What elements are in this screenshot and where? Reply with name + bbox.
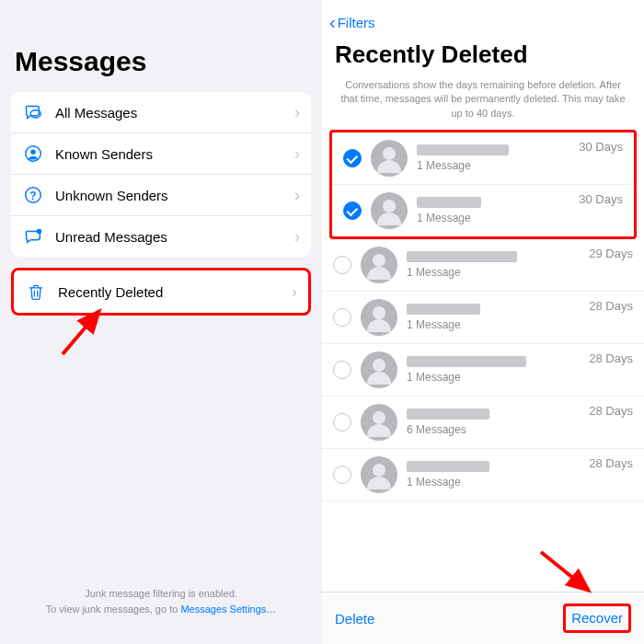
days-remaining: 28 Days bbox=[589, 456, 633, 470]
avatar-icon bbox=[361, 404, 397, 441]
days-remaining: 28 Days bbox=[589, 351, 633, 365]
footer-line2: To view junk messages, go to bbox=[46, 604, 181, 615]
footer-note: Junk message filtering is enabled. To vi… bbox=[11, 586, 311, 633]
select-radio[interactable] bbox=[343, 149, 362, 167]
delete-button[interactable]: Delete bbox=[335, 611, 374, 627]
filter-label: Unknown Senders bbox=[55, 188, 294, 203]
page-title: Messages bbox=[15, 46, 307, 77]
days-remaining: 30 Days bbox=[579, 140, 623, 154]
avatar-icon bbox=[361, 456, 397, 493]
filter-label: Recently Deleted bbox=[58, 284, 292, 300]
message-count: 1 Message bbox=[417, 212, 623, 224]
conversation-row[interactable]: 6 Messages28 Days bbox=[322, 397, 644, 449]
conversation-row[interactable]: 1 Message30 Days bbox=[332, 185, 634, 236]
all-messages-icon bbox=[22, 101, 44, 123]
conversation-list: 1 Message30 Days1 Message30 Days1 Messag… bbox=[322, 130, 644, 501]
conversation-row[interactable]: 1 Message29 Days bbox=[322, 239, 644, 292]
deletion-note: Conversations show the days remaining be… bbox=[322, 78, 644, 130]
message-count: 1 Message bbox=[417, 159, 623, 172]
message-count: 1 Message bbox=[407, 266, 633, 279]
bottom-toolbar: Delete Recover bbox=[322, 592, 644, 644]
chevron-left-icon: ‹ bbox=[329, 13, 336, 31]
redacted-name bbox=[407, 304, 480, 315]
days-remaining: 30 Days bbox=[579, 192, 623, 206]
filter-recently-deleted[interactable]: Recently Deleted › bbox=[14, 270, 308, 313]
message-count: 1 Message bbox=[407, 371, 633, 384]
known-senders-icon bbox=[22, 143, 44, 165]
message-count: 1 Message bbox=[407, 318, 633, 331]
chevron-right-icon: › bbox=[294, 144, 300, 164]
filter-list: All Messages › Known Senders › ? Unknown… bbox=[11, 92, 311, 257]
redacted-name bbox=[407, 461, 489, 472]
unread-icon bbox=[22, 225, 44, 247]
svg-point-2 bbox=[30, 149, 36, 155]
select-radio[interactable] bbox=[333, 256, 351, 274]
filter-unknown-senders[interactable]: ? Unknown Senders › bbox=[11, 174, 311, 215]
svg-text:?: ? bbox=[29, 190, 36, 202]
days-remaining: 29 Days bbox=[589, 247, 633, 260]
filter-label: Known Senders bbox=[55, 146, 294, 162]
redacted-name bbox=[407, 356, 526, 367]
chevron-right-icon: › bbox=[294, 103, 300, 122]
avatar-icon bbox=[361, 351, 397, 388]
message-count: 6 Messages bbox=[407, 423, 633, 436]
redacted-name bbox=[417, 144, 509, 155]
select-radio[interactable] bbox=[333, 413, 351, 431]
redacted-name bbox=[407, 251, 517, 262]
conversation-row[interactable]: 1 Message30 Days bbox=[332, 132, 634, 185]
footer-line1: Junk message filtering is enabled. bbox=[85, 588, 237, 599]
chevron-right-icon: › bbox=[294, 186, 300, 205]
avatar-icon bbox=[361, 299, 397, 336]
filter-label: All Messages bbox=[55, 105, 294, 121]
filter-known-senders[interactable]: Known Senders › bbox=[11, 132, 311, 174]
highlight-annotation: 1 Message30 Days1 Message30 Days bbox=[329, 130, 637, 239]
redacted-name bbox=[407, 408, 489, 420]
unknown-senders-icon: ? bbox=[22, 184, 44, 206]
conversation-row[interactable]: 1 Message28 Days bbox=[322, 344, 644, 397]
select-radio[interactable] bbox=[333, 308, 351, 327]
conversation-row[interactable]: 1 Message28 Days bbox=[322, 449, 644, 501]
filter-label: Unread Messages bbox=[55, 229, 294, 245]
recently-deleted-screen: ‹ Filters Recently Deleted Conversations… bbox=[322, 0, 644, 644]
messages-settings-link[interactable]: Messages Settings… bbox=[180, 604, 276, 615]
chevron-right-icon: › bbox=[292, 282, 297, 302]
message-count: 1 Message bbox=[407, 476, 633, 489]
page-title: Recently Deleted bbox=[322, 37, 644, 78]
select-radio[interactable] bbox=[333, 361, 351, 379]
highlight-annotation: Recover bbox=[563, 604, 631, 633]
days-remaining: 28 Days bbox=[589, 404, 633, 418]
chevron-right-icon: › bbox=[294, 227, 300, 247]
conversation-row[interactable]: 1 Message28 Days bbox=[322, 292, 644, 344]
select-radio[interactable] bbox=[343, 201, 362, 220]
back-button[interactable]: ‹ Filters bbox=[322, 0, 644, 37]
avatar-icon bbox=[371, 192, 408, 229]
svg-line-6 bbox=[63, 311, 99, 354]
redacted-name bbox=[417, 197, 481, 208]
select-radio[interactable] bbox=[333, 466, 351, 484]
back-label: Filters bbox=[338, 15, 375, 30]
filter-unread-messages[interactable]: Unread Messages › bbox=[11, 215, 311, 257]
filter-all-messages[interactable]: All Messages › bbox=[11, 92, 311, 132]
trash-icon bbox=[25, 281, 47, 303]
recover-button[interactable]: Recover bbox=[571, 610, 623, 626]
messages-filters-screen: Messages All Messages › Known Senders › … bbox=[0, 0, 322, 644]
days-remaining: 28 Days bbox=[589, 299, 633, 313]
highlight-annotation: Recently Deleted › bbox=[11, 268, 311, 316]
svg-point-5 bbox=[37, 229, 41, 235]
avatar-icon bbox=[371, 140, 408, 177]
svg-line-7 bbox=[541, 552, 589, 591]
avatar-icon bbox=[361, 247, 397, 283]
